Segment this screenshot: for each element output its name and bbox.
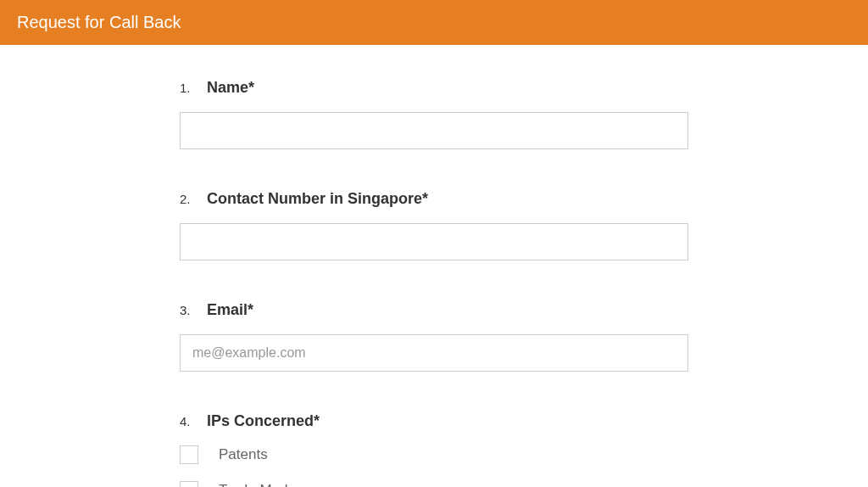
page-title: Request for Call Back [17,13,851,32]
checkbox-patents[interactable] [180,445,198,464]
question-label-email: Email* [207,301,253,319]
question-label-ips: IPs Concerned* [207,412,320,430]
name-input[interactable] [180,112,688,149]
email-input[interactable] [180,334,688,372]
question-number: 2. [180,192,192,206]
checkbox-row-trademarks[interactable]: Trade Marks [180,481,688,487]
question-row: 2. Contact Number in Singapore* [180,190,688,208]
question-label-contact: Contact Number in Singapore* [207,190,428,208]
checkbox-list: Patents Trade Marks Designs [180,445,688,487]
question-number: 1. [180,81,192,95]
question-number: 4. [180,414,192,428]
question-row: 1. Name* [180,79,688,97]
question-row: 4. IPs Concerned* [180,412,688,430]
form-group-email: 3. Email* [180,301,688,372]
checkbox-row-patents[interactable]: Patents [180,445,688,464]
page-header: Request for Call Back [0,0,868,45]
question-row: 3. Email* [180,301,688,319]
form-group-ips: 4. IPs Concerned* Patents Trade Marks De… [180,412,688,487]
form-group-name: 1. Name* [180,79,688,149]
form-group-contact: 2. Contact Number in Singapore* [180,190,688,260]
checkbox-trademarks[interactable] [180,481,198,487]
question-label-name: Name* [207,79,254,97]
contact-number-input[interactable] [180,223,688,260]
question-number: 3. [180,303,192,317]
checkbox-label: Trade Marks [219,482,299,487]
checkbox-label: Patents [219,446,268,463]
form-container: 1. Name* 2. Contact Number in Singapore*… [180,45,688,487]
